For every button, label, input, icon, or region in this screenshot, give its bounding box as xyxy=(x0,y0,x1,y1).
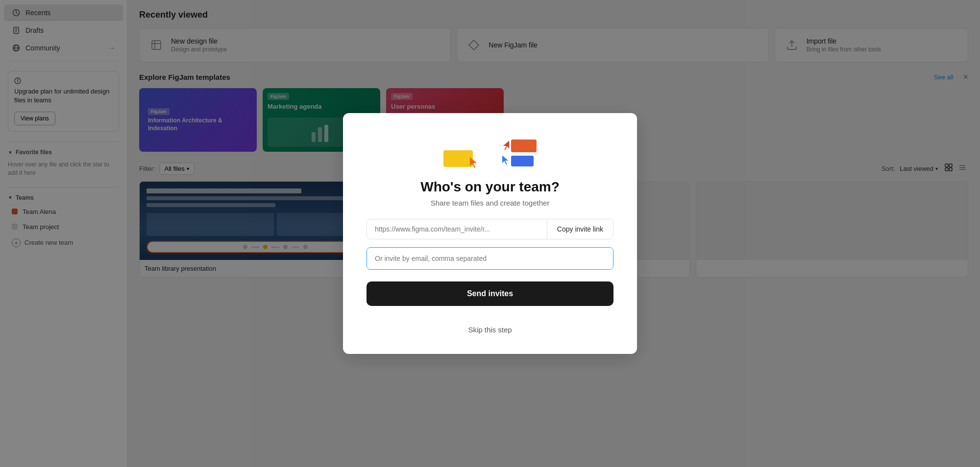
illus-right-top xyxy=(502,140,537,152)
modal-subtitle: Share team files and create together xyxy=(367,199,613,207)
modal-overlay: Who's on your team? Share team files and… xyxy=(0,0,980,467)
invite-link-row: Copy invite link xyxy=(367,219,613,239)
email-input[interactable] xyxy=(367,248,613,269)
skip-area: Skip this step xyxy=(367,326,613,334)
send-invites-button[interactable]: Send invites xyxy=(367,281,613,306)
red-cursor-wrap xyxy=(502,140,509,152)
svg-marker-26 xyxy=(503,140,509,150)
skip-link[interactable]: Skip this step xyxy=(468,326,512,334)
orange-cursor xyxy=(470,157,478,170)
illus-left xyxy=(443,150,473,167)
invite-modal: Who's on your team? Share team files and… xyxy=(343,113,637,354)
blue-cursor-wrap xyxy=(502,155,509,167)
invite-link-input[interactable] xyxy=(367,219,547,239)
orange-rect xyxy=(511,140,537,152)
modal-title: Who's on your team? xyxy=(367,179,613,195)
modal-illustration xyxy=(367,133,613,167)
svg-marker-25 xyxy=(470,157,477,168)
yellow-rect xyxy=(443,150,473,167)
svg-marker-27 xyxy=(502,155,508,164)
email-input-wrapper xyxy=(367,247,613,270)
illus-right xyxy=(502,140,537,167)
illus-right-bottom xyxy=(502,155,534,167)
copy-invite-link-button[interactable]: Copy invite link xyxy=(547,219,613,239)
blue-rect xyxy=(511,156,534,166)
